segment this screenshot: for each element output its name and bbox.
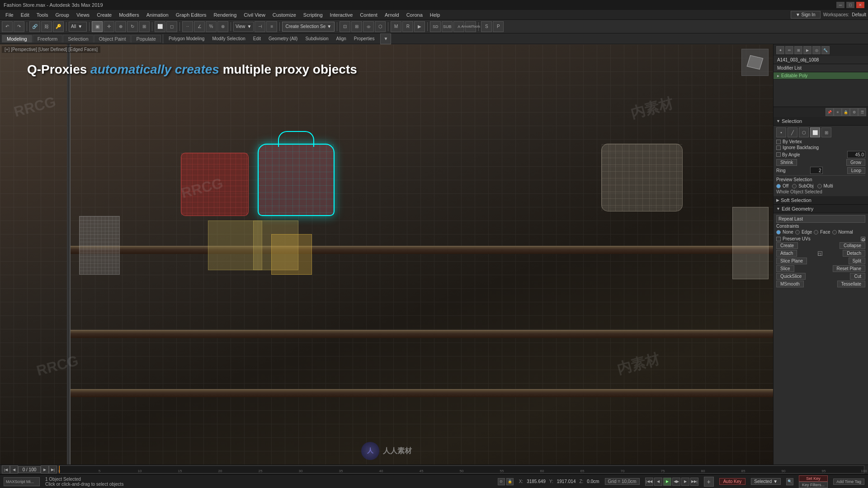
extra-1[interactable]: S: [481, 21, 492, 32]
panel-icon-utilities[interactable]: 🔧: [821, 46, 830, 54]
rotate-tool[interactable]: ↻: [127, 21, 138, 32]
list-icon[interactable]: ☰: [858, 108, 866, 116]
render-setup[interactable]: R: [402, 21, 413, 32]
poly-menu-edit[interactable]: Edit: [250, 35, 264, 42]
preview-multi-label[interactable]: Multi: [817, 183, 833, 188]
arnold-tools[interactable]: ArnoldTools: [465, 21, 476, 32]
tab-selection[interactable]: Selection: [63, 35, 93, 42]
preview-multi-radio[interactable]: [817, 184, 822, 188]
align-tool[interactable]: ≡: [266, 21, 277, 32]
element-mode-btn[interactable]: ⊞: [821, 127, 831, 137]
spinner-snap[interactable]: ⊗: [217, 21, 228, 32]
settings-icon[interactable]: ⚙: [850, 108, 858, 116]
isolate-icon[interactable]: ⊙: [498, 478, 505, 485]
constraint-none[interactable]: None: [776, 230, 793, 235]
ignore-backfacing-checkbox[interactable]: [776, 145, 781, 150]
menu-create[interactable]: Create: [93, 11, 115, 19]
selection-filter-dropdown[interactable]: All▼: [69, 22, 87, 32]
split-btn[interactable]: Split: [849, 258, 865, 264]
poly-menu-subdivision[interactable]: Subdivision: [302, 35, 332, 42]
channel-icon[interactable]: ≡: [834, 108, 842, 116]
tessellate-btn[interactable]: Tessellate: [837, 281, 865, 287]
maxscript-mini[interactable]: MAXScript Mi...: [4, 477, 40, 486]
create-selection-set-btn[interactable]: Create Selection Se▼: [282, 22, 335, 32]
create-btn[interactable]: Create: [776, 242, 798, 249]
tab-freeform[interactable]: Freeform: [33, 35, 63, 42]
menu-content[interactable]: Content: [356, 11, 381, 19]
extras-toggle[interactable]: ▼: [380, 33, 391, 44]
key-filters-btn[interactable]: Key Filters...: [799, 482, 828, 488]
menu-customize[interactable]: Customize: [269, 11, 300, 19]
edge-mode-btn[interactable]: ╱: [788, 127, 797, 137]
search-icon[interactable]: 🔍: [786, 478, 793, 485]
menu-graph-editors[interactable]: Graph Editors: [172, 11, 210, 19]
extra-2[interactable]: P: [493, 21, 504, 32]
rect-select[interactable]: ⬜: [155, 21, 165, 32]
menu-tools[interactable]: Tools: [33, 11, 52, 19]
link-button[interactable]: 🔗: [29, 21, 40, 32]
quickslice-btn[interactable]: QuickSlice: [776, 273, 806, 280]
preserve-uvs-settings[interactable]: ⚙: [861, 237, 865, 241]
constraint-none-radio[interactable]: [776, 230, 781, 235]
preview-off-label[interactable]: Off: [776, 183, 788, 188]
preserve-uvs-checkbox[interactable]: [776, 237, 781, 241]
jump-start-btn[interactable]: |◀◀: [645, 478, 653, 486]
menu-animation[interactable]: Animation: [143, 11, 172, 19]
poly-menu-geometry-all[interactable]: Geometry (All): [265, 35, 301, 42]
section-header-soft-selection[interactable]: ▶ Soft Selection: [774, 196, 868, 205]
bind-to-space-button[interactable]: 🔑: [53, 21, 64, 32]
sub-button[interactable]: SUB: [442, 21, 453, 32]
menu-views[interactable]: Views: [73, 11, 93, 19]
lock-icon[interactable]: 🔒: [842, 108, 850, 116]
constraint-normal[interactable]: Normal: [832, 230, 853, 235]
border-mode-btn[interactable]: ⬡: [799, 127, 809, 137]
undo-button[interactable]: ↶: [2, 21, 13, 32]
cut-btn[interactable]: Cut: [850, 273, 865, 280]
menu-edit[interactable]: Edit: [17, 11, 33, 19]
poly-menu-polygon-modeling[interactable]: Polygon Modeling: [165, 35, 208, 42]
loop-btn[interactable]: Loop: [847, 167, 865, 174]
preview-subobj-radio[interactable]: [792, 184, 797, 188]
menu-rendering[interactable]: Rendering: [210, 11, 241, 19]
sd-button[interactable]: SD: [430, 21, 441, 32]
poly-menu-properties[interactable]: Properties: [350, 35, 378, 42]
jump-end-btn[interactable]: ▶▶|: [690, 478, 698, 486]
menu-help[interactable]: Help: [426, 11, 444, 19]
panel-icon-modify[interactable]: ✏: [785, 46, 793, 54]
polygon-mode-btn[interactable]: ⬜: [810, 127, 820, 137]
ring-input[interactable]: [810, 167, 823, 174]
timeline-track[interactable]: 0 5 10 15 20 25 30 35 40 45 50 55 60 65 …: [59, 465, 864, 474]
msmooth-btn[interactable]: MSmooth: [776, 281, 804, 287]
angle-snap[interactable]: ∠: [194, 21, 205, 32]
select-move-tool[interactable]: ✛: [104, 21, 114, 32]
constraint-normal-radio[interactable]: [832, 230, 837, 235]
collapse-btn[interactable]: Collapse: [840, 242, 865, 249]
close-button[interactable]: ✕: [856, 2, 864, 8]
auto-key-btn[interactable]: Auto Key: [719, 478, 746, 485]
by-vertex-checkbox[interactable]: [776, 140, 781, 144]
constraint-edge-radio[interactable]: [795, 230, 800, 235]
set-key-btn[interactable]: Set Key: [799, 475, 828, 482]
menu-group[interactable]: Group: [52, 11, 73, 19]
preview-off-radio[interactable]: [776, 184, 781, 188]
preview-subobj-label[interactable]: SubObj: [792, 183, 813, 188]
add-time-tag-btn[interactable]: Add Time Tag: [833, 479, 864, 485]
object-name-field[interactable]: A141_003_obj_1008: [774, 56, 868, 64]
tab-populate[interactable]: Populate: [131, 35, 160, 42]
menu-modifiers[interactable]: Modifiers: [115, 11, 143, 19]
slice-btn[interactable]: Slice: [776, 265, 794, 272]
slice-plane-btn[interactable]: Slice Plane: [776, 258, 807, 264]
menu-corona[interactable]: Corona: [403, 11, 426, 19]
prev-frame-btn[interactable]: |◀: [2, 465, 10, 474]
unlink-button[interactable]: ⛓: [41, 21, 52, 32]
by-angle-checkbox[interactable]: [776, 152, 781, 157]
tab-modeling[interactable]: Modeling: [2, 35, 32, 42]
selected-dropdown[interactable]: Selected▼: [751, 478, 781, 485]
constraint-edge[interactable]: Edge: [795, 230, 812, 235]
render-frame[interactable]: ▶: [414, 21, 425, 32]
panel-icon-create[interactable]: ✦: [776, 46, 784, 54]
prev-frame-status-btn[interactable]: ◀: [654, 478, 662, 486]
pin-icon[interactable]: 📌: [826, 108, 834, 116]
detach-btn[interactable]: Detach: [843, 250, 865, 257]
curve-editor[interactable]: ⌯: [363, 21, 374, 32]
